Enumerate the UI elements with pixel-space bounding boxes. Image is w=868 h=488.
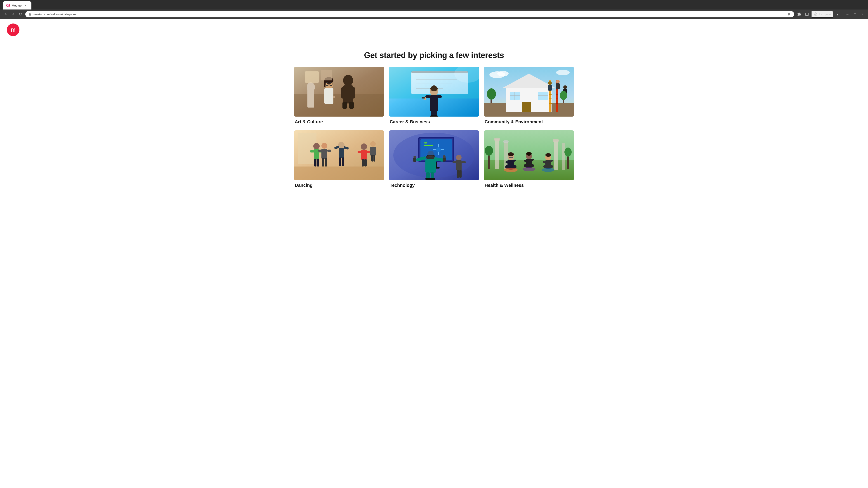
- svg-point-18: [307, 82, 315, 92]
- address-input-container[interactable]: [25, 11, 794, 18]
- category-card-career-business[interactable]: Career & Business: [389, 67, 479, 126]
- minimize-button[interactable]: −: [844, 11, 850, 17]
- svg-point-137: [456, 155, 462, 160]
- category-label-wellness: Health & Wellness: [484, 180, 574, 189]
- svg-rect-19: [305, 71, 319, 83]
- address-bar: Incognito ⋮ − □ ×: [0, 9, 868, 19]
- meetup-logo[interactable]: m: [7, 24, 20, 37]
- svg-rect-101: [358, 151, 362, 153]
- svg-point-150: [553, 139, 559, 142]
- svg-rect-139: [453, 161, 457, 163]
- category-image-community: [484, 67, 574, 117]
- svg-rect-9: [349, 102, 354, 109]
- category-label-tech: Technology: [389, 180, 479, 189]
- svg-rect-46: [522, 102, 531, 112]
- svg-rect-8: [342, 102, 347, 109]
- svg-point-130: [413, 156, 416, 158]
- svg-rect-94: [339, 148, 344, 158]
- category-card-community-environment[interactable]: Community & Environment: [484, 67, 574, 126]
- forward-button[interactable]: [10, 11, 16, 17]
- category-card-tech[interactable]: 271: [389, 130, 479, 189]
- page-header: m: [0, 19, 868, 41]
- svg-point-136: [430, 178, 435, 180]
- svg-rect-149: [554, 140, 558, 170]
- svg-point-176: [504, 168, 518, 172]
- svg-point-81: [313, 143, 320, 149]
- category-image-wellness: [484, 130, 574, 180]
- svg-rect-80: [298, 133, 316, 164]
- svg-text:m: m: [10, 26, 16, 33]
- svg-rect-59: [549, 103, 552, 104]
- svg-point-87: [321, 143, 327, 149]
- svg-rect-68: [556, 84, 560, 89]
- new-tab-button[interactable]: +: [32, 3, 38, 9]
- svg-point-132: [443, 155, 445, 158]
- svg-rect-145: [495, 139, 499, 169]
- svg-point-77: [556, 70, 569, 75]
- toolbar-actions: Incognito ⋮: [796, 11, 841, 18]
- svg-rect-90: [327, 150, 331, 152]
- close-tab-button[interactable]: ×: [23, 3, 28, 8]
- svg-rect-103: [362, 159, 364, 166]
- bookmark-icon[interactable]: [787, 12, 791, 16]
- window-button[interactable]: [804, 11, 810, 17]
- svg-point-171: [546, 153, 551, 157]
- svg-rect-32: [430, 95, 438, 111]
- close-button[interactable]: ×: [860, 11, 865, 17]
- category-card-dancing[interactable]: Dancing: [294, 130, 384, 189]
- svg-rect-21: [333, 96, 335, 98]
- svg-rect-86: [317, 159, 319, 166]
- active-tab[interactable]: Meetup ×: [3, 1, 31, 9]
- svg-rect-36: [422, 97, 425, 98]
- svg-point-155: [564, 148, 572, 157]
- back-button[interactable]: [3, 11, 9, 17]
- svg-point-125: [428, 151, 434, 157]
- tab-title: Meetup: [12, 4, 22, 7]
- category-image-dancing: [294, 130, 384, 180]
- tab-favicon: [6, 4, 10, 7]
- svg-point-31: [432, 86, 436, 89]
- page-content: m Get started by picking a few interests: [0, 19, 868, 196]
- svg-rect-7: [350, 87, 355, 98]
- svg-rect-162: [509, 157, 511, 158]
- category-label-dancing: Dancing: [294, 180, 384, 189]
- svg-rect-79: [294, 166, 384, 180]
- browser-menu-button[interactable]: ⋮: [834, 11, 841, 18]
- svg-point-148: [503, 140, 508, 143]
- svg-rect-91: [322, 158, 324, 166]
- svg-point-105: [370, 141, 376, 147]
- svg-rect-89: [318, 150, 322, 152]
- category-card-wellness[interactable]: Health & Wellness: [484, 130, 574, 189]
- category-image-art: [294, 67, 384, 117]
- svg-point-153: [485, 146, 493, 156]
- svg-rect-58: [549, 98, 552, 99]
- svg-rect-107: [373, 155, 375, 162]
- svg-rect-61: [556, 90, 558, 90]
- svg-rect-64: [556, 103, 558, 104]
- svg-rect-163: [511, 157, 513, 158]
- svg-rect-92: [325, 158, 327, 166]
- nav-buttons: [3, 11, 24, 17]
- svg-point-67: [556, 80, 560, 84]
- refresh-button[interactable]: [17, 11, 24, 17]
- category-label-career-business: Career & Business: [389, 117, 479, 126]
- svg-rect-33: [426, 95, 430, 98]
- maximize-button[interactable]: □: [852, 11, 858, 17]
- svg-rect-85: [314, 159, 316, 166]
- incognito-button[interactable]: Incognito: [811, 11, 833, 18]
- svg-rect-62: [556, 94, 558, 95]
- svg-rect-66: [548, 85, 552, 91]
- svg-rect-102: [367, 151, 371, 153]
- category-card-art-culture[interactable]: Art & Culture: [294, 67, 384, 126]
- svg-point-178: [542, 168, 555, 172]
- svg-rect-63: [556, 98, 558, 99]
- svg-rect-97: [339, 158, 341, 166]
- svg-rect-6: [341, 87, 346, 98]
- url-input[interactable]: [33, 13, 785, 16]
- extensions-button[interactable]: [796, 11, 803, 17]
- svg-rect-83: [310, 150, 314, 153]
- svg-rect-57: [549, 94, 552, 95]
- category-label-community-environment: Community & Environment: [484, 117, 574, 126]
- svg-text:271: 271: [424, 142, 427, 144]
- svg-rect-100: [361, 150, 367, 160]
